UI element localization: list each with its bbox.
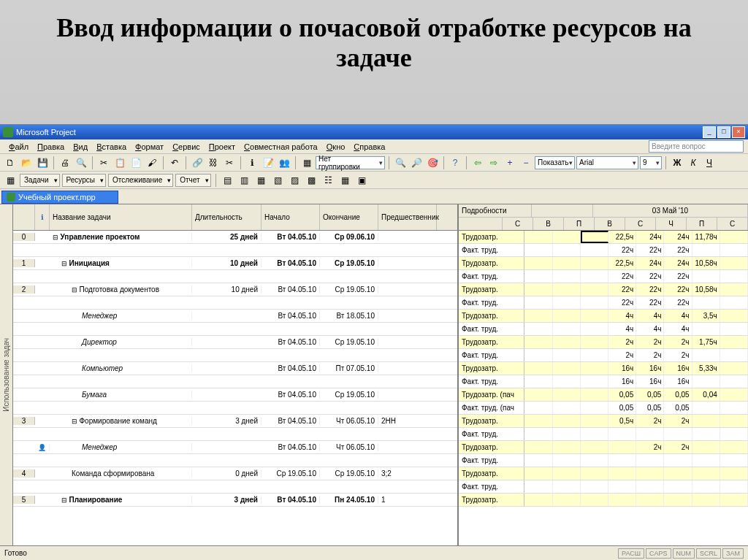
view1-button[interactable]: ▤ — [221, 173, 235, 188]
show-combo[interactable]: Показать — [535, 156, 575, 169]
resources-chip[interactable]: Ресурсы — [62, 174, 106, 187]
save-button[interactable]: 💾 — [35, 156, 50, 170]
day-header[interactable]: В — [595, 218, 625, 230]
group-button[interactable]: ▦ — [299, 156, 314, 170]
col-name[interactable]: Название задачи — [50, 204, 192, 230]
underline-button[interactable]: Ч — [702, 156, 717, 170]
detail-header[interactable]: Подробности — [459, 204, 532, 217]
italic-button[interactable]: К — [686, 156, 701, 170]
timephased-grid[interactable]: Подробности 03 Май '10 СВПВСЧПС Трудозат… — [459, 204, 748, 545]
date-header[interactable]: 03 Май '10 — [593, 204, 748, 217]
detail-row[interactable]: Факт. труд. — [459, 480, 748, 494]
task-row[interactable]: 👤МенеджерВт 04.05.10Чт 06.05.10 — [13, 441, 457, 454]
task-row[interactable]: 3Формирование команд3 днейВт 04.05.10Чт … — [13, 415, 457, 428]
view8-button[interactable]: ▦ — [338, 173, 353, 188]
task-row[interactable] — [13, 349, 457, 362]
paste-button[interactable]: 📄 — [129, 156, 143, 170]
task-row[interactable]: БумагаВт 04.05.10Ср 19.05.10 — [13, 388, 457, 402]
task-row[interactable]: 5Планирование3 днейВт 04.05.10Пн 24.05.1… — [13, 494, 457, 507]
views-icon[interactable]: ▦ — [3, 173, 18, 188]
task-row[interactable]: ДиректорВт 04.05.10Ср 19.05.10 — [13, 336, 457, 349]
day-header[interactable]: Ч — [656, 218, 687, 230]
font-combo[interactable]: Arial — [576, 156, 638, 169]
fontsize-combo[interactable]: 9 — [640, 156, 662, 169]
menu-Проект[interactable]: Проект — [205, 141, 240, 153]
arrow-left-button[interactable]: ⇦ — [470, 156, 485, 170]
day-header[interactable]: П — [564, 218, 595, 230]
split-button[interactable]: ✂ — [222, 156, 237, 170]
copy-button[interactable]: 📋 — [112, 156, 127, 170]
day-header[interactable]: С — [625, 218, 656, 230]
detail-row[interactable]: Трудозатр. — [459, 494, 748, 507]
note-button[interactable]: 📝 — [261, 156, 275, 170]
menu-Вставка[interactable]: Вставка — [92, 141, 131, 153]
col-duration[interactable]: Длительность — [192, 204, 262, 230]
assign-button[interactable]: 👥 — [277, 156, 291, 170]
menu-Правка[interactable]: Правка — [33, 141, 69, 153]
task-row[interactable] — [13, 323, 457, 336]
detail-row[interactable]: Факт. труд. — [459, 428, 748, 441]
task-row[interactable] — [13, 375, 457, 388]
detail-row[interactable]: Трудозатр.22ч22ч22ч10,58ч — [459, 283, 748, 296]
format-painter-button[interactable]: 🖌 — [145, 156, 159, 170]
unlink-button[interactable]: ⛓ — [206, 156, 221, 170]
minus-button[interactable]: − — [519, 156, 533, 170]
col-end[interactable]: Окончание — [320, 204, 378, 230]
col-pred[interactable]: Предшественник — [378, 204, 437, 230]
task-grid[interactable]: ℹ Название задачи Длительность Начало Ок… — [13, 204, 459, 545]
day-header[interactable]: В — [533, 218, 564, 230]
report-chip[interactable]: Отчет — [175, 174, 210, 187]
view5-button[interactable]: ▨ — [288, 173, 302, 188]
col-start[interactable]: Начало — [262, 204, 320, 230]
menu-Сервис[interactable]: Сервис — [168, 141, 205, 153]
preview-button[interactable]: 🔍 — [74, 156, 88, 170]
open-button[interactable]: 📂 — [19, 156, 34, 170]
help-button[interactable]: ? — [448, 156, 462, 170]
task-row[interactable] — [13, 244, 457, 257]
detail-row[interactable]: Трудозатр.22,5ч24ч24ч10,58ч — [459, 257, 748, 270]
detail-row[interactable]: Трудозатр.16ч16ч16ч5,33ч — [459, 362, 748, 375]
view-vertical-tab[interactable]: Использование задач — [0, 204, 13, 545]
day-header[interactable]: С — [717, 218, 748, 230]
detail-row[interactable]: Трудозатр.0,5ч2ч2ч — [459, 415, 748, 428]
task-row[interactable]: 1Инициация10 днейВт 04.05.10Ср 19.05.10 — [13, 257, 457, 270]
menu-Справка[interactable]: Справка — [349, 141, 389, 153]
cut-button[interactable]: ✂ — [96, 156, 111, 170]
detail-row[interactable]: Трудозатр.4ч4ч4ч3,5ч — [459, 310, 748, 323]
bold-button[interactable]: Ж — [670, 156, 684, 170]
undo-button[interactable]: ↶ — [167, 156, 182, 170]
minimize-button[interactable]: _ — [703, 126, 716, 138]
plus-button[interactable]: + — [503, 156, 517, 170]
new-button[interactable]: 🗋 — [3, 156, 18, 170]
detail-row[interactable]: Трудозатр.22,5ч24ч24ч11,78ч — [459, 231, 748, 244]
close-button[interactable]: × — [732, 126, 745, 138]
grouping-combo[interactable]: Нет группировки — [316, 156, 385, 169]
task-row[interactable]: 0Управление проектом25 днейВт 04.05.10Ср… — [13, 231, 457, 244]
menu-Файл[interactable]: Файл — [4, 141, 33, 153]
day-header[interactable]: П — [687, 218, 717, 230]
link-button[interactable]: 🔗 — [190, 156, 205, 170]
detail-row[interactable]: Трудозатр. (пач0,050,050,050,04 — [459, 388, 748, 402]
tracking-chip[interactable]: Отслеживание — [108, 174, 173, 187]
detail-row[interactable]: Факт. труд. — [459, 454, 748, 467]
task-row[interactable] — [13, 480, 457, 494]
detail-row[interactable]: Факт. труд.22ч22ч22ч — [459, 296, 748, 310]
arrow-right-button[interactable]: ⇨ — [486, 156, 501, 170]
detail-row[interactable]: Факт. труд. (пач0,050,050,05 — [459, 402, 748, 415]
day-header[interactable]: С — [503, 218, 533, 230]
detail-row[interactable]: Факт. труд.22ч22ч22ч — [459, 244, 748, 257]
print-button[interactable]: 🖨 — [58, 156, 72, 170]
task-row[interactable]: 4Команда сформирована0 днейСр 19.05.10Ср… — [13, 467, 457, 480]
zoom-in-button[interactable]: 🔍 — [393, 156, 408, 170]
detail-row[interactable]: Факт. труд.16ч16ч16ч — [459, 375, 748, 388]
detail-row[interactable]: Трудозатр. — [459, 467, 748, 480]
task-row[interactable] — [13, 296, 457, 310]
task-row[interactable] — [13, 428, 457, 441]
goto-button[interactable]: 🎯 — [425, 156, 440, 170]
task-row[interactable] — [13, 454, 457, 467]
maximize-button[interactable]: □ — [717, 126, 730, 138]
view4-button[interactable]: ▧ — [271, 173, 286, 188]
menu-Совместная работа[interactable]: Совместная работа — [240, 141, 322, 153]
task-row[interactable] — [13, 270, 457, 283]
view9-button[interactable]: ▣ — [355, 173, 370, 188]
